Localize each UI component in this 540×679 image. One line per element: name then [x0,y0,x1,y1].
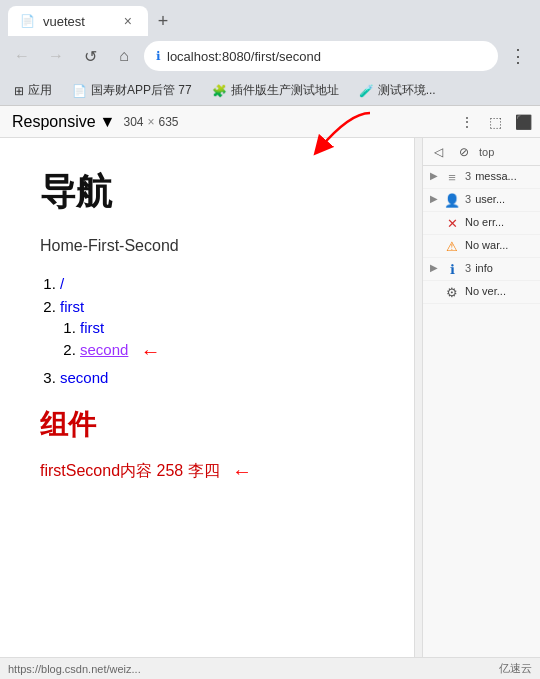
nav-link-second[interactable]: second [60,369,108,386]
tab-title: vuetest [43,14,112,29]
viewport-size: 304 × 635 [123,115,178,129]
viewport-selector[interactable]: Responsive ▼ [4,113,123,131]
verbose-text: No ver... [465,283,536,297]
message-icon: ≡ [443,168,461,186]
user-icon: 👤 [443,191,461,209]
nav-link-first-sub[interactable]: first [80,319,104,336]
devtools-back-icon[interactable]: ◁ [427,141,449,163]
nav-link-home[interactable]: / [60,275,64,292]
tab-bar: 📄 vuetest × + [0,0,540,36]
sub-nav-list: first second ← [80,319,374,363]
bookmark-plugin-label: 插件版生产测试地址 [231,82,339,99]
devtools-panel: ◁ ⊘ top ▶ ≡ 3 messa... ▶ 👤 3 user. [423,138,540,679]
console-entries: ▶ ≡ 3 messa... ▶ 👤 3 user... ✕ No err... [423,166,540,304]
console-entry-verbose[interactable]: ⚙ No ver... [423,281,540,304]
error-text: No err... [465,214,536,228]
address-bar: ← → ↺ ⌂ ℹ localhost:8080/first/second ⋮ [0,36,540,76]
bookmark-test[interactable]: 🧪 测试环境... [353,80,442,101]
console-entry-warnings[interactable]: ⚠ No war... [423,235,540,258]
page-nav-title: 导航 [40,168,374,217]
tab-favicon: 📄 [20,14,35,28]
page-breadcrumb: Home-First-Second [40,237,374,255]
viewport-height[interactable]: 635 [159,115,179,129]
apps-icon: ⊞ [14,84,24,98]
bookmark-test-icon: 🧪 [359,84,374,98]
info-text: info [475,260,536,274]
entry-expand-icon: ▶ [427,191,441,204]
bookmark-test-label: 测试环境... [378,82,436,99]
bottom-bar: https://blog.csdn.net/weiz... 亿速云 [0,657,540,679]
console-entry-messages[interactable]: ▶ ≡ 3 messa... [423,166,540,189]
url-text: localhost:8080/first/second [167,49,321,64]
nav-list: / first first second ← [60,275,374,386]
devtools-panel-label: top [479,146,494,158]
component-content: firstSecond内容 258 李四 ← [40,460,374,483]
browser-menu-button[interactable]: ⋮ [504,42,532,70]
warning-icon: ⚠ [443,237,461,255]
devtools-responsive-toolbar: Responsive ▼ 304 × 635 ⋮ ⬚ ⬛ [0,106,540,138]
message-text: messa... [475,168,536,182]
arrow-annotation-second: ← [141,340,161,363]
back-button[interactable]: ← [8,42,36,70]
bookmark-guoshou-label: 国寿财APP后管 77 [91,82,192,99]
entry-expand-icon [427,283,441,285]
bookmark-guoshou-icon: 📄 [72,84,87,98]
component-title: 组件 [40,406,374,444]
browser-viewport[interactable]: 导航 Home-First-Second / first first secon… [0,138,415,679]
nav-link-first[interactable]: first [60,298,84,315]
bookmarks-bar: ⊞ 应用 📄 国寿财APP后管 77 🧩 插件版生产测试地址 🧪 测试环境... [0,76,540,106]
console-entry-errors[interactable]: ✕ No err... [423,212,540,235]
info-count: 3 [465,260,471,274]
active-tab[interactable]: 📄 vuetest × [8,6,148,36]
component-content-text: firstSecond内容 258 李四 [40,462,220,479]
entry-expand-icon: ▶ [427,168,441,181]
devtools-elements-icon[interactable]: ⬚ [482,109,508,135]
devtools-panel-toolbar: ◁ ⊘ top [423,138,540,166]
list-item: first [80,319,374,336]
viewport-x-separator: × [147,115,154,129]
entry-expand-icon [427,237,441,239]
bookmark-apps-label: 应用 [28,82,52,99]
reload-button[interactable]: ↺ [76,42,104,70]
list-item: first first second ← [60,298,374,363]
devtools-block-icon[interactable]: ⊘ [453,141,475,163]
bookmark-plugin-icon: 🧩 [212,84,227,98]
devtools-toolbar-icons: ⋮ ⬚ ⬛ [454,109,536,135]
nav-link-second-active[interactable]: second [80,341,128,358]
viewport-label: Responsive [12,113,96,131]
home-button[interactable]: ⌂ [110,42,138,70]
main-area: 导航 Home-First-Second / first first secon… [0,138,540,679]
gear-icon: ⚙ [443,283,461,301]
arrow-annotation-content: ← [232,460,252,483]
viewport-width[interactable]: 304 [123,115,143,129]
devtools-more-button[interactable]: ⋮ [454,109,480,135]
bottom-brand: 亿速云 [499,661,532,676]
warning-text: No war... [465,237,536,251]
user-count: 3 [465,191,471,205]
user-text: user... [475,191,536,205]
bottom-url: https://blog.csdn.net/weiz... [8,663,141,675]
list-item: second [60,369,374,386]
entry-expand-icon [427,214,441,216]
viewport-scrollbar[interactable] [415,138,423,679]
message-count: 3 [465,168,471,182]
bookmark-apps[interactable]: ⊞ 应用 [8,80,58,101]
url-bar[interactable]: ℹ localhost:8080/first/second [144,41,498,71]
forward-button[interactable]: → [42,42,70,70]
bookmark-guoshou[interactable]: 📄 国寿财APP后管 77 [66,80,198,101]
viewport-dropdown-arrow: ▼ [100,113,116,131]
console-entry-users[interactable]: ▶ 👤 3 user... [423,189,540,212]
url-secure-icon: ℹ [156,49,161,63]
bookmark-plugin[interactable]: 🧩 插件版生产测试地址 [206,80,345,101]
console-entry-info[interactable]: ▶ ℹ 3 info [423,258,540,281]
info-icon: ℹ [443,260,461,278]
list-item: second ← [80,340,374,363]
tab-close-button[interactable]: × [120,11,136,31]
new-tab-button[interactable]: + [148,6,178,36]
devtools-inspector-icon[interactable]: ⬛ [510,109,536,135]
list-item: / [60,275,374,292]
error-icon: ✕ [443,214,461,232]
entry-expand-icon: ▶ [427,260,441,273]
